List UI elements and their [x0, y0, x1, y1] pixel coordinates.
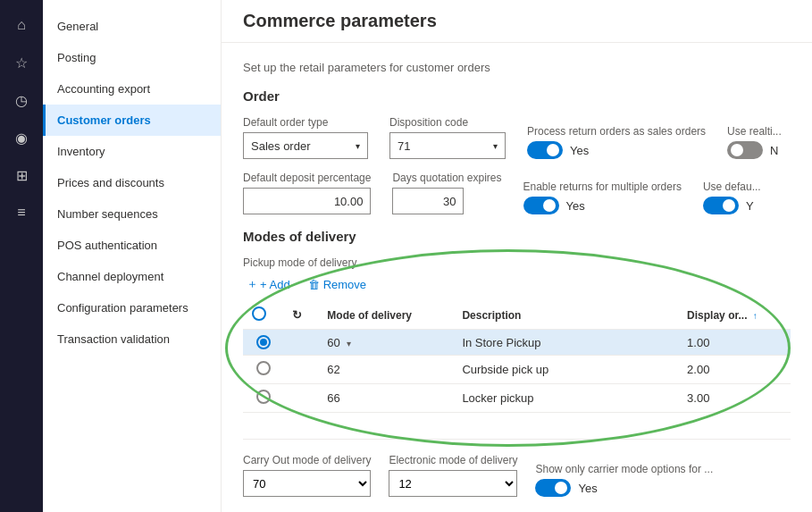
disposition-code-field: Disposition code 71 ▾ — [389, 116, 506, 159]
enable-returns-multiple-label: Enable returns for multiple orders — [523, 180, 682, 193]
sidebar-item-customer-orders[interactable]: Customer orders — [43, 105, 221, 136]
sidebar-item-inventory[interactable]: Inventory — [43, 136, 221, 167]
pickup-toolbar: ＋ + Add 🗑 Remove — [243, 274, 791, 294]
nav-star-icon[interactable]: ☆ — [4, 45, 39, 80]
col-header-display-order: Display or... ↑ — [678, 301, 791, 330]
row-display-order-cell-3: 3.00 — [678, 384, 791, 413]
default-order-type-label: Default order type — [243, 116, 368, 129]
col-header-refresh: ↻ — [283, 301, 318, 330]
process-return-orders-toggle[interactable] — [527, 141, 563, 159]
col-header-radio — [243, 301, 283, 330]
use-realtime-toggle[interactable] — [727, 141, 763, 159]
nav-bookmark-icon[interactable]: ◉ — [4, 120, 39, 155]
nav-home-icon[interactable]: ⌂ — [4, 7, 39, 43]
chevron-down-icon: ▾ — [356, 141, 360, 151]
toggle-knob-3 — [543, 199, 556, 212]
remove-button[interactable]: 🗑 Remove — [305, 276, 370, 293]
order-row-2: Default deposit percentage 10.00 Days qu… — [243, 172, 791, 214]
default-deposit-field: Default deposit percentage 10.00 — [243, 172, 371, 214]
use-default-label: Use defau... — [703, 180, 761, 193]
process-return-orders-label: Process return orders as sales orders — [527, 125, 706, 138]
trash-icon: 🗑 — [308, 278, 320, 291]
row-radio-cell-2[interactable] — [243, 356, 283, 384]
process-return-orders-value: Yes — [570, 144, 589, 157]
row-radio-selected[interactable] — [256, 335, 271, 349]
show-only-toggle[interactable] — [535, 479, 571, 497]
add-button[interactable]: ＋ + Add — [243, 274, 294, 294]
chevron-down-icon: ▾ — [493, 141, 498, 151]
electronic-select[interactable]: 12 — [389, 470, 517, 497]
pickup-mode-label: Pickup mode of delivery — [243, 256, 791, 269]
carry-out-field: Carry Out mode of delivery 70 — [243, 454, 371, 497]
sidebar-item-config-params[interactable]: Configuration parameters — [43, 292, 221, 323]
enable-returns-multiple-toggle[interactable] — [523, 197, 559, 214]
main-panel: Commerce parameters Set up the retail pa… — [222, 0, 812, 512]
toggle-knob-5 — [555, 482, 567, 494]
chevron-down-icon: ▾ — [347, 339, 351, 348]
refresh-icon[interactable]: ↻ — [292, 308, 302, 322]
page-title-bar: Commerce parameters — [222, 0, 812, 43]
row-radio-cell-3[interactable] — [243, 384, 283, 413]
process-return-orders-field: Process return orders as sales orders Ye… — [527, 125, 706, 159]
days-quotation-field: Days quotation expires 30 — [392, 172, 501, 214]
sidebar-item-general[interactable]: General — [43, 11, 221, 42]
enable-returns-multiple-value: Yes — [566, 199, 585, 213]
row-mode-cell-2: 62 — [318, 356, 453, 384]
disposition-code-label: Disposition code — [389, 116, 506, 129]
nav-list-icon[interactable]: ≡ — [4, 195, 39, 231]
use-default-toggle-group: Y — [703, 197, 761, 214]
default-order-type-select[interactable]: Sales order ▾ — [243, 132, 368, 159]
sidebar-item-posting[interactable]: Posting — [43, 42, 221, 73]
carry-out-select[interactable]: 70 — [243, 470, 371, 497]
row-radio-cell[interactable] — [243, 330, 283, 356]
row-mode-cell: 60 ▾ — [318, 330, 453, 356]
electronic-label: Electronic mode of delivery — [389, 454, 517, 466]
use-realtime-value: N — [770, 144, 778, 157]
table-row: 60 ▾ In Store Pickup 1.00 — [243, 330, 791, 356]
sidebar: General Posting Accounting export Custom… — [43, 0, 222, 512]
content-area: Set up the retail parameters for custome… — [222, 43, 812, 512]
nav-clock-icon[interactable]: ◷ — [4, 82, 39, 118]
use-realtime-label: Use realti... — [727, 125, 782, 138]
row-radio-empty-2[interactable] — [256, 390, 271, 404]
row-description-cell-2: Curbside pick up — [453, 356, 678, 384]
radio-inner-dot — [260, 339, 267, 346]
order-row-1: Default order type Sales order ▾ Disposi… — [243, 116, 791, 159]
row-display-order-cell-2: 2.00 — [678, 356, 791, 384]
show-only-field: Show only carrier mode options for ... Y… — [535, 463, 713, 497]
header-radio[interactable] — [252, 306, 266, 321]
sidebar-item-number-sequences[interactable]: Number sequences — [43, 198, 221, 230]
days-quotation-input[interactable]: 30 — [392, 188, 464, 214]
section-subtitle: Set up the retail parameters for custome… — [243, 61, 791, 74]
carry-out-label: Carry Out mode of delivery — [243, 454, 371, 466]
table-row: 62 Curbside pick up 2.00 — [243, 356, 791, 384]
modes-of-delivery-section: Modes of delivery Pickup mode of deliver… — [243, 229, 791, 497]
use-default-toggle[interactable] — [703, 197, 739, 214]
col-header-description: Description — [453, 301, 678, 330]
row-radio-empty[interactable] — [256, 361, 271, 375]
sidebar-item-transaction-validation[interactable]: Transaction validation — [43, 323, 221, 355]
table-row-empty — [243, 413, 791, 440]
use-default-value: Y — [746, 199, 754, 213]
row-refresh-cell-3 — [283, 384, 318, 413]
disposition-code-select[interactable]: 71 ▾ — [389, 132, 506, 159]
default-deposit-input[interactable]: 10.00 — [243, 188, 371, 214]
days-quotation-label: Days quotation expires — [392, 172, 501, 184]
order-section-title: Order — [243, 88, 791, 104]
use-realtime-field: Use realti... N — [727, 125, 782, 159]
nav-grid-icon[interactable]: ⊞ — [4, 157, 39, 193]
toggle-knob — [547, 144, 559, 156]
sidebar-item-pos-auth[interactable]: POS authentication — [43, 230, 221, 261]
toggle-knob-2 — [731, 144, 743, 156]
default-order-type-field: Default order type Sales order ▾ — [243, 116, 368, 159]
sidebar-item-accounting-export[interactable]: Accounting export — [43, 73, 221, 105]
use-default-field: Use defau... Y — [703, 180, 761, 214]
sort-arrow-icon: ↑ — [753, 311, 758, 321]
sidebar-item-channel-deployment[interactable]: Channel deployment — [43, 261, 221, 292]
toggle-knob-4 — [723, 199, 735, 212]
modes-section-title: Modes of delivery — [243, 229, 791, 244]
nav-rail: ⌂ ☆ ◷ ◉ ⊞ ≡ — [0, 0, 43, 512]
row-refresh-cell-2 — [283, 356, 318, 384]
sidebar-item-prices-discounts[interactable]: Prices and discounts — [43, 167, 221, 198]
bottom-delivery-row: Carry Out mode of delivery 70 Electronic… — [243, 454, 791, 497]
